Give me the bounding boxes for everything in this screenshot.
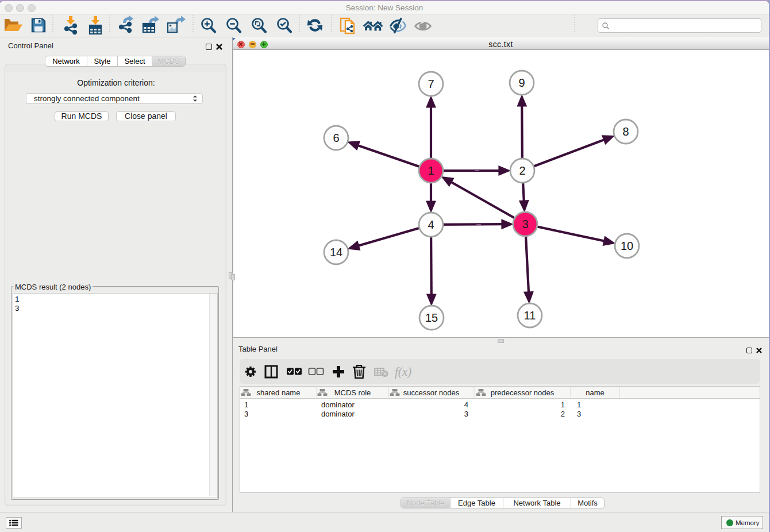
svg-text:11: 11 [524,309,536,322]
svg-text:10: 10 [621,240,633,252]
svg-text:9: 9 [518,76,525,89]
svg-text:f(x): f(x) [395,365,411,379]
svg-text:1: 1 [428,164,434,177]
svg-text:14: 14 [330,246,342,259]
svg-text:3: 3 [522,218,528,230]
svg-text:4: 4 [428,218,434,231]
svg-text:6: 6 [333,132,339,144]
svg-text:8: 8 [622,125,629,138]
svg-text:2: 2 [519,164,525,177]
svg-text:15: 15 [425,311,438,324]
svg-text:7: 7 [428,78,434,90]
